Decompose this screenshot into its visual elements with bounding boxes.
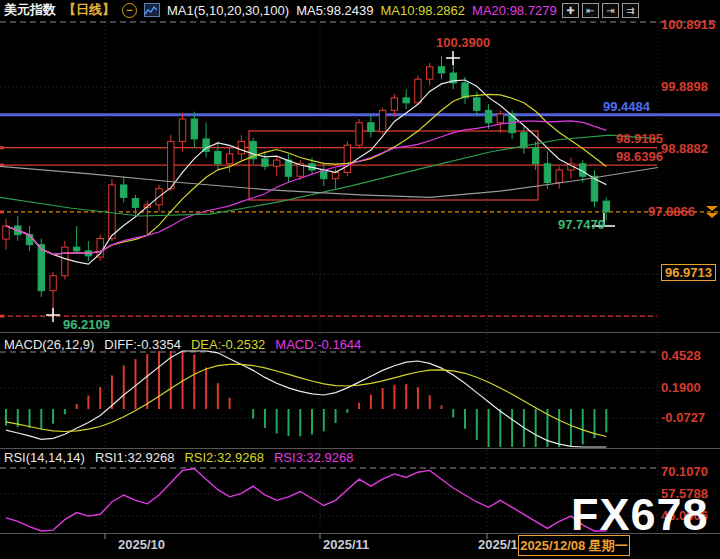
low-price-label: 96.2109 bbox=[63, 317, 110, 332]
macd-dea-value: DEA:-0.2532 bbox=[191, 337, 265, 352]
macd-axis-label: 0.4528 bbox=[661, 348, 701, 363]
ma-chart-icon[interactable] bbox=[144, 3, 160, 17]
macd-axis-label: -0.0727 bbox=[661, 410, 705, 425]
time-axis-label: 2025/10 bbox=[118, 537, 165, 552]
rsi-title: RSI(14,14,14) bbox=[4, 450, 85, 465]
ma-settings-label: MA1(5,10,20,30,100) bbox=[167, 3, 289, 18]
level-label-r2: 98.6396 bbox=[616, 149, 663, 164]
macd-macd-value: MACD:-0.1644 bbox=[275, 337, 361, 352]
macd-diff-value: DIFF:-0.3354 bbox=[104, 337, 181, 352]
price-axis-label: 99.8898 bbox=[661, 79, 708, 94]
level-label-blue: 99.4484 bbox=[603, 99, 650, 114]
watermark-logo: FX678 bbox=[571, 491, 709, 539]
zoom-out-icon[interactable]: ⇤ bbox=[582, 3, 599, 18]
last-low-price-label: 97.7479 bbox=[558, 217, 605, 232]
price-axis-label: 100.8915 bbox=[661, 17, 715, 32]
time-axis-label: 2025/1 bbox=[478, 537, 518, 552]
ma5-value: MA5:98.2439 bbox=[296, 3, 373, 18]
high-price-label: 100.3900 bbox=[436, 35, 490, 50]
chart-toolbar: ✚⇤⇥⇉ bbox=[562, 3, 639, 18]
title-bar: 美元指数 【日线】 − MA1(5,10,20,30,100) MA5:98.2… bbox=[4, 1, 557, 19]
rsi3-value: RSI3:32.9268 bbox=[274, 450, 354, 465]
ma10-value: MA10:98.2862 bbox=[380, 3, 465, 18]
time-axis-label: 2025/11 bbox=[323, 537, 369, 552]
macd-header: MACD(26,12,9) DIFF:-0.3354 DEA:-0.2532 M… bbox=[4, 337, 361, 352]
pan-right-icon[interactable]: ⇉ bbox=[622, 3, 639, 18]
label-overlay: 100.891599.889898.888296.97130.45280.190… bbox=[0, 0, 720, 559]
trading-chart-app: 100.891599.889898.888296.97130.45280.190… bbox=[0, 0, 720, 559]
price-axis-label: 96.9713 bbox=[661, 264, 716, 281]
rsi-axis-label: 70.1070 bbox=[661, 464, 708, 479]
macd-title: MACD(26,12,9) bbox=[4, 337, 94, 352]
rsi-header: RSI(14,14,14) RSI1:32.9268 RSI2:32.9268 … bbox=[4, 450, 353, 465]
rsi2-value: RSI2:32.9268 bbox=[184, 450, 264, 465]
current-price-label: 97.8866 bbox=[648, 204, 695, 219]
rsi1-value: RSI1:32.9268 bbox=[95, 450, 175, 465]
ma20-value: MA20:98.7279 bbox=[472, 3, 557, 18]
level-label-r1: 98.9185 bbox=[616, 131, 663, 146]
crosshair-icon[interactable]: ✚ bbox=[562, 3, 579, 18]
macd-axis-label: 0.1900 bbox=[661, 380, 701, 395]
period-label: 【日线】 bbox=[63, 1, 115, 19]
zoom-in-icon[interactable]: ⇥ bbox=[602, 3, 619, 18]
price-axis-label: 98.8882 bbox=[661, 141, 708, 156]
symbol-name: 美元指数 bbox=[4, 1, 56, 19]
collapse-icon[interactable]: − bbox=[122, 3, 137, 18]
